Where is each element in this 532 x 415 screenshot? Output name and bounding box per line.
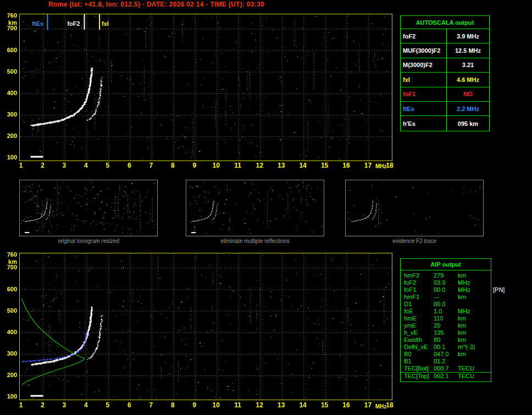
autoscala-row-M(3000)F2: M(3000)F23.21 xyxy=(401,58,489,73)
x-axis-tick-7: 7 xyxy=(146,162,157,169)
y-axis-tick-300: 300 xyxy=(0,350,17,357)
aip-row-ymE: ymE20km xyxy=(401,322,491,329)
parameter-unit: MHz xyxy=(458,286,481,294)
parameter-value: NO xyxy=(447,91,489,97)
parameter-label: ftEs xyxy=(401,102,447,115)
thumbnail-original-ionogram-canvas xyxy=(20,180,157,236)
x-axis-tick-14: 14 xyxy=(297,162,308,169)
parameter-value: 03.9 xyxy=(434,279,458,286)
profile-ionogram-canvas xyxy=(20,253,392,400)
parameter-label: TEC[Bot] xyxy=(401,365,434,372)
thumbnail-f2-trace-evidence-canvas xyxy=(346,180,483,236)
x-axis-tick-10: 10 xyxy=(210,401,221,409)
parameter-label: MUF(3000)F2 xyxy=(401,43,447,57)
autoscala-output-table-rows: foF23.9 MHzMUF(3000)F212.5 MHzM(3000)F23… xyxy=(401,29,489,131)
aip-output-table-rows: hmF2279kmfoF203.9MHzfoF100.0MHz[PN]hmF1-… xyxy=(401,270,491,379)
x-axis-tick-15: 15 xyxy=(319,162,330,169)
x-axis-tick-4: 4 xyxy=(80,162,91,169)
x-axis-tick-1: 1 xyxy=(15,401,26,409)
x-axis-tick-17: 17 xyxy=(363,162,374,169)
parameter-value: 3.9 MHz xyxy=(447,33,489,40)
parameter-label: foE xyxy=(401,308,434,315)
thumbnail-multiple-reflections-removed-canvas xyxy=(186,180,324,236)
parameter-unit: km xyxy=(458,294,481,301)
bottom-plot-x-axis-unit: MHz xyxy=(375,403,387,410)
autoscala-output-table-title: AUTOSCALA output xyxy=(401,16,489,29)
y-axis-tick-600: 600 xyxy=(0,286,17,292)
thumbnail-caption-eliminate: eliminate multiple reflections xyxy=(186,238,324,244)
x-axis-tick-13: 13 xyxy=(276,162,287,169)
parameter-flag: [PN] xyxy=(493,286,505,294)
aip-row-DelN_vE: DelN_vE00.1m^(-3) xyxy=(401,344,491,351)
aip-row-hmE: hmE110km xyxy=(401,315,491,322)
x-axis-tick-1: 1 xyxy=(15,162,26,169)
parameter-value: 3.21 xyxy=(447,62,489,68)
x-axis-tick-11: 11 xyxy=(232,401,243,409)
parameter-value: --- xyxy=(434,294,458,301)
y-axis-tick-400: 400 xyxy=(0,329,17,335)
parameter-label: foF1 xyxy=(401,286,434,294)
parameter-label: B1 xyxy=(401,358,434,365)
autoscala-output-window: Rome (lat: +41.8, lon: 012.5) - DATE: 20… xyxy=(0,0,532,415)
parameter-value: 00.1 xyxy=(434,344,458,351)
x-axis-tick-5: 5 xyxy=(102,162,113,169)
parameter-value: 047.0 xyxy=(434,351,458,358)
parameter-label: Ewidth xyxy=(401,336,434,344)
x-axis-tick-9: 9 xyxy=(189,162,200,169)
parameter-value: 110 xyxy=(434,315,458,322)
parameter-label: hmE xyxy=(401,315,434,322)
x-axis-tick-11: 11 xyxy=(232,162,243,169)
parameter-unit: TECU xyxy=(458,373,481,380)
aip-row-hmF1: hmF1---km xyxy=(401,294,491,301)
autoscala-row-h'Es: h'Es095 km xyxy=(401,116,489,130)
parameter-label: h_vE xyxy=(401,329,434,336)
aip-output-table: AIP output hmF2279kmfoF203.9MHzfoF100.0M… xyxy=(400,258,491,382)
aip-row-D1: D100.0 xyxy=(401,301,491,308)
parameter-unit: m^(-3) xyxy=(458,344,481,351)
aip-row-B1: B101.2 xyxy=(401,358,491,365)
thumbnail-caption-evidence: evidence F2 trace xyxy=(345,238,484,244)
x-axis-tick-2: 2 xyxy=(37,162,48,169)
x-axis-tick-12: 12 xyxy=(254,401,265,409)
x-axis-tick-6: 6 xyxy=(124,401,135,409)
parameter-unit: km xyxy=(458,329,481,336)
parameter-label: foF2 xyxy=(401,29,447,43)
x-axis-tick-2: 2 xyxy=(37,401,48,409)
marker-label-foF2: foF2 xyxy=(67,20,80,27)
parameter-label: D1 xyxy=(401,301,434,308)
autoscaled-ionogram-plot: ftEsfoF2fxI xyxy=(19,14,392,161)
autoscala-row-fxI: fxI4.6 MHz xyxy=(401,73,489,87)
x-axis-tick-7: 7 xyxy=(146,401,157,409)
y-axis-tick-500: 500 xyxy=(0,307,17,314)
parameter-value: 00.0 xyxy=(434,286,458,294)
autoscala-row-ftEs: ftEs2.2 MHz xyxy=(401,102,489,116)
x-axis-tick-4: 4 xyxy=(80,401,91,409)
y-axis-tick-760: 760 xyxy=(0,12,17,19)
y-axis-tick-100: 100 xyxy=(0,154,17,161)
thumbnail-caption-original: original ionogram resized xyxy=(19,238,158,244)
station-date-title: Rome (lat: +41.8, lon: 012.5) - DATE: 20… xyxy=(48,1,264,8)
aip-row-Ewidth: Ewidth80km xyxy=(401,336,491,344)
profile-ionogram-plot xyxy=(19,253,392,400)
x-axis-tick-16: 16 xyxy=(341,401,352,409)
parameter-unit: TECU xyxy=(458,365,481,372)
parameter-value: 002.1 xyxy=(434,373,458,380)
parameter-label: B0 xyxy=(401,351,434,358)
y-axis-tick-400: 400 xyxy=(0,90,17,96)
parameter-label: h'Es xyxy=(401,116,447,130)
thumbnail-multiple-reflections-removed xyxy=(186,180,324,236)
x-axis-tick-9: 9 xyxy=(189,401,200,409)
parameter-unit: km xyxy=(458,336,481,344)
x-axis-tick-12: 12 xyxy=(254,162,265,169)
parameter-label: M(3000)F2 xyxy=(401,58,447,72)
parameter-value: 20 xyxy=(434,322,458,329)
thumbnail-f2-trace-evidence xyxy=(345,180,484,236)
y-axis-tick-760: 760 xyxy=(0,251,17,258)
x-axis-tick-6: 6 xyxy=(124,162,135,169)
y-axis-tick-200: 200 xyxy=(0,132,17,139)
marker-label-ftEs: ftEs xyxy=(32,20,43,27)
parameter-value: 1.0 xyxy=(434,308,458,315)
aip-output-table-title: AIP output xyxy=(401,259,491,270)
parameter-label: ymE xyxy=(401,322,434,329)
parameter-value: 2.2 MHz xyxy=(447,106,489,112)
